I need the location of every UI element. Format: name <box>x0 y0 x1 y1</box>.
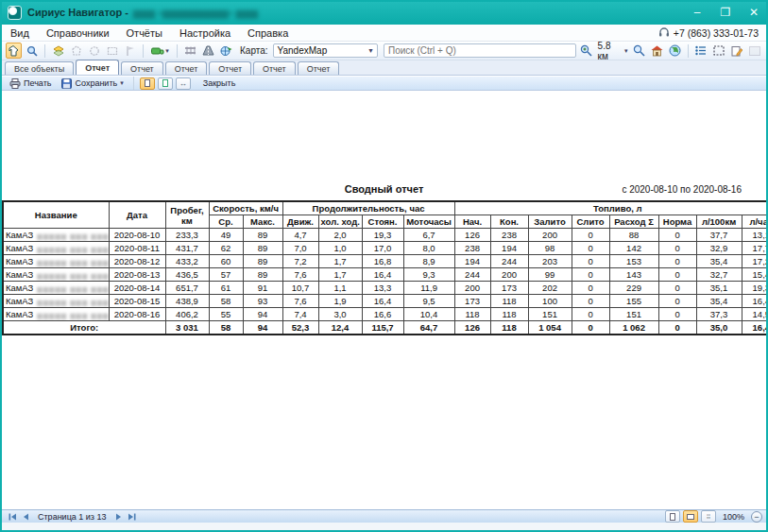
column-header: хол. ход. <box>318 215 362 229</box>
close-report-button[interactable]: Закрыть <box>199 77 240 90</box>
zoom-in-button[interactable] <box>578 43 594 59</box>
image-button[interactable] <box>746 43 762 59</box>
value-cell: 194 <box>490 242 528 255</box>
menu-item-1[interactable]: Справочники <box>38 26 118 40</box>
world-map-button[interactable] <box>667 43 683 59</box>
tab-6[interactable]: Отчет <box>298 61 340 75</box>
value-cell: 37,7 <box>696 229 742 242</box>
table-row: КамАЗ▆▆▆▆▆ ▆▆▆ ▆▆▆2020-08-14651,7619110,… <box>3 282 766 295</box>
toolbar-separator <box>44 44 45 58</box>
next-page-button[interactable] <box>111 511 125 523</box>
floppy-icon <box>61 78 72 89</box>
value-cell: 7,6 <box>282 295 318 308</box>
value-cell: 244 <box>454 268 490 282</box>
map-provider-select[interactable]: YandexMap ▼ <box>273 43 378 58</box>
tab-4[interactable]: Отчет <box>209 61 251 75</box>
value-cell: 58 <box>209 295 243 308</box>
report-toolbar: Печать Сохранить ▾ ↔ Закрыть <box>2 77 766 91</box>
view-multi-page-button[interactable]: ⁞⁞ <box>701 510 716 523</box>
edit-map-icon <box>53 45 64 57</box>
edit-geozone-button[interactable] <box>50 43 66 59</box>
vehicle-menu-button[interactable]: ▾ <box>148 43 172 59</box>
search-input[interactable] <box>384 43 576 58</box>
menu-item-0[interactable]: Вид <box>2 26 38 40</box>
toolbar-separator <box>133 77 134 90</box>
railway-icon <box>184 45 196 56</box>
home-icon <box>651 45 663 57</box>
table-row: КамАЗ▆▆▆▆▆ ▆▆▆ ▆▆▆2020-08-13436,557897,6… <box>3 268 766 282</box>
last-page-button[interactable] <box>125 511 138 523</box>
vehicle-plate-censored: ▆▆▆▆▆ ▆▆▆ ▆▆▆ <box>37 272 109 279</box>
hand-cursor-icon <box>9 45 19 57</box>
report-header: Сводный отчет с 2020-08-10 по 2020-08-16 <box>26 183 742 197</box>
maximize-button[interactable]: ❐ <box>711 0 740 25</box>
value-cell: 433,2 <box>165 255 209 268</box>
value-cell: 0 <box>572 282 609 295</box>
first-page-button[interactable] <box>6 511 19 523</box>
value-cell: 7,4 <box>282 308 318 321</box>
value-cell: 19,3 <box>742 282 766 295</box>
date-cell: 2020-08-11 <box>109 242 165 255</box>
menu-item-4[interactable]: Справка <box>239 26 297 40</box>
value-cell: 203 <box>528 255 572 268</box>
value-cell: 14,5 <box>742 308 766 321</box>
polygon-tool-button[interactable] <box>68 43 84 59</box>
view-fit-width-button[interactable] <box>683 510 698 523</box>
value-cell: 233,3 <box>165 229 209 242</box>
close-button[interactable]: ✕ <box>740 0 768 25</box>
circle-tool-button[interactable] <box>86 43 102 59</box>
map-scale-dropdown[interactable]: 5.8 км ▾ <box>596 41 630 61</box>
date-cell: 2020-08-14 <box>109 282 165 295</box>
tab-3[interactable]: Отчет <box>165 61 208 75</box>
value-cell: 436,5 <box>165 268 209 282</box>
page-layout-single-button[interactable] <box>140 77 155 90</box>
save-button[interactable]: Сохранить ▾ <box>58 77 127 90</box>
tab-5[interactable]: Отчет <box>253 61 296 75</box>
column-header: Моточасы <box>403 215 454 229</box>
geo-position-button[interactable] <box>218 43 234 59</box>
total-value-cell: 3 031 <box>165 321 209 335</box>
value-cell: 49 <box>209 229 243 242</box>
value-cell: 0 <box>572 242 609 255</box>
menu-item-3[interactable]: Настройка <box>171 26 239 40</box>
rectangle-tool-button[interactable] <box>104 43 120 59</box>
zoom-out-button[interactable]: − <box>751 511 762 523</box>
page-layout-fit-button[interactable] <box>158 77 173 90</box>
object-list-button[interactable] <box>693 43 709 59</box>
page-layout-width-button[interactable]: ↔ <box>176 77 191 90</box>
edit-note-button[interactable] <box>728 43 744 59</box>
tab-1[interactable]: Отчет <box>76 60 119 75</box>
previous-page-button[interactable] <box>19 511 32 523</box>
value-cell: 13,3 <box>362 282 403 295</box>
total-value-cell: 52,3 <box>282 321 318 335</box>
column-header: Движ. <box>282 215 318 229</box>
window-title: Сириус Навигатор - <box>27 7 128 18</box>
zoom-tool-button[interactable] <box>24 43 40 59</box>
fit-page-icon <box>162 79 168 87</box>
value-cell: 0 <box>658 308 696 321</box>
tab-2[interactable]: Отчет <box>121 61 163 75</box>
print-label: Печать <box>24 78 51 88</box>
print-button[interactable]: Печать <box>6 77 55 90</box>
title-bar: Сириус Навигатор - ▆▆▆ «▆▆▆▆▆▆▆▆▆» ▆▆▆ –… <box>0 0 768 25</box>
home-button[interactable] <box>649 43 665 59</box>
menu-item-2[interactable]: Отчёты <box>118 26 171 40</box>
track-tool-button[interactable] <box>182 43 198 59</box>
table-row: КамАЗ▆▆▆▆▆ ▆▆▆ ▆▆▆2020-08-16406,255947,4… <box>3 308 766 321</box>
date-cell: 2020-08-15 <box>109 295 165 308</box>
value-cell: 7,0 <box>282 242 318 255</box>
vehicle-name-cell: КамАЗ▆▆▆▆▆ ▆▆▆ ▆▆▆ <box>3 295 109 308</box>
road-tool-button[interactable] <box>200 43 216 59</box>
minimize-button[interactable]: – <box>683 0 711 25</box>
value-cell: 151 <box>609 308 658 321</box>
globe-arrow-icon <box>220 45 232 57</box>
flag-tool-button[interactable] <box>122 43 138 59</box>
view-single-page-button[interactable] <box>665 510 680 523</box>
value-cell: 16,4 <box>742 295 766 308</box>
vehicle-name-cell: КамАЗ▆▆▆▆▆ ▆▆▆ ▆▆▆ <box>3 255 109 268</box>
tab-0[interactable]: Все объекты <box>5 61 74 75</box>
pan-tool-button[interactable] <box>6 43 22 59</box>
zoom-region-button[interactable] <box>631 43 647 59</box>
select-area-button[interactable] <box>711 43 727 59</box>
marquee-icon <box>713 45 725 56</box>
